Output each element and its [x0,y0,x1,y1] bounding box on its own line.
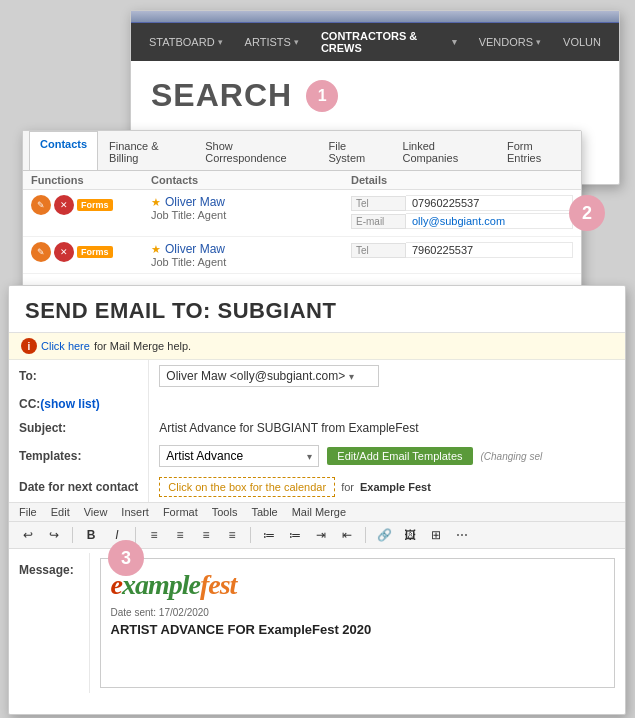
bold-button[interactable]: B [80,525,102,545]
message-label: Message: [9,553,89,693]
func-icons-2: ✎ ✕ Forms [31,242,151,262]
col-functions: Functions [31,174,151,186]
date-row: Date for next contact Click on the box f… [9,472,625,502]
tel-label-2: Tel [351,243,406,258]
image-button[interactable]: 🖼 [399,525,421,545]
date-calendar-box[interactable]: Click on the box for the calendar [159,477,335,497]
job-title-2: Job Title: Agent [151,256,351,268]
forms-badge-1[interactable]: Forms [77,199,113,211]
outdent-button[interactable]: ⇤ [336,525,358,545]
nav-vendors[interactable]: VENDORS ▾ [471,32,549,52]
nav-statboard[interactable]: STATBOARD ▾ [141,32,231,52]
func-icon-orange-2[interactable]: ✎ [31,242,51,262]
nav-contractors-caret: ▾ [452,37,457,47]
tab-contacts[interactable]: Contacts [29,131,98,170]
contact-info-1: ★ Oliver Maw Job Title: Agent [151,195,351,221]
template-value: Artist Advance [166,449,243,463]
nav-contractors[interactable]: CONTRACTORS & CREWS ▾ [313,26,465,58]
editor-menu-bar: File Edit View Insert Format Tools Table… [9,503,625,522]
nav-vendors-caret: ▾ [536,37,541,47]
navigation-bar: STATBOARD ▾ ARTISTS ▾ CONTRACTORS & CREW… [131,23,619,61]
tel-row-1: Tel 07960225537 [351,195,573,211]
star-icon-1: ★ [151,196,161,209]
nav-top-strip [131,11,619,23]
artist-advance-title: ARTIST ADVANCE FOR ExampleFest 2020 [111,622,605,637]
align-center-button[interactable]: ≡ [169,525,191,545]
menu-format[interactable]: Format [163,506,198,518]
subject-value[interactable]: Artist Advance for SUBGIANT from Example… [159,421,418,435]
nav-volun-label: VOLUN [563,36,601,48]
table-button[interactable]: ⊞ [425,525,447,545]
menu-view[interactable]: View [84,506,108,518]
func-icon-orange[interactable]: ✎ [31,195,51,215]
nav-statboard-label: STATBOARD [149,36,215,48]
redo-button[interactable]: ↪ [43,525,65,545]
menu-tools[interactable]: Tools [212,506,238,518]
tab-filesystem[interactable]: File System [318,133,392,170]
unordered-list-button[interactable]: ≔ [258,525,280,545]
cc-row: CC:(show list) [9,392,625,416]
template-select[interactable]: Artist Advance ▾ [159,445,319,467]
contact-info-2: ★ Oliver Maw Job Title: Agent [151,242,351,268]
nav-artists[interactable]: ARTISTS ▾ [237,32,307,52]
menu-file[interactable]: File [19,506,37,518]
toolbar-sep-2 [135,527,136,543]
forms-badge-2[interactable]: Forms [77,246,113,258]
nav-artists-caret: ▾ [294,37,299,47]
align-right-button[interactable]: ≡ [195,525,217,545]
to-input[interactable]: Oliver Maw <olly@subgiant.com> ▾ [159,365,379,387]
nav-vendors-label: VENDORS [479,36,533,48]
merge-help-link[interactable]: Click here [41,340,90,352]
undo-button[interactable]: ↩ [17,525,39,545]
send-email-header: SEND EMAIL TO: SUBGIANT [9,286,625,333]
tab-correspondence[interactable]: Show Correspondence [194,133,317,170]
cc-input-cell [149,392,625,416]
nav-volun[interactable]: VOLUN [555,32,609,52]
tel-value-2: 7960225537 [406,242,573,258]
more-button[interactable]: ⋯ [451,525,473,545]
job-title-1: Job Title: Agent [151,209,351,221]
editor-toolbar: ↩ ↪ B I ≡ ≡ ≡ ≡ ≔ ≔ ⇥ ⇤ 🔗 🖼 ⊞ ⋯ [9,522,625,549]
ordered-list-button[interactable]: ≔ [284,525,306,545]
edit-templates-button[interactable]: Edit/Add Email Templates [327,447,472,465]
func-icons-1: ✎ ✕ Forms [31,195,151,215]
tab-finance[interactable]: Finance & Billing [98,133,194,170]
email-value-1[interactable]: olly@subgiant.com [406,213,573,229]
message-body[interactable]: examplefest Date sent: 17/02/2020 ARTIST… [100,558,616,688]
to-value: Oliver Maw <olly@subgiant.com> [166,369,345,383]
mail-merge-notice: i Click here for Mail Merge help. [9,333,625,360]
func-icon-red-2[interactable]: ✕ [54,242,74,262]
align-left-button[interactable]: ≡ [143,525,165,545]
email-row-1: E-mail olly@subgiant.com [351,213,573,229]
menu-table[interactable]: Table [251,506,277,518]
contact-name-2: ★ Oliver Maw [151,242,351,256]
merge-help-text: for Mail Merge help. [94,340,191,352]
template-arrow: ▾ [307,451,312,462]
func-icon-red[interactable]: ✕ [54,195,74,215]
step-badge-1: 1 [306,80,338,112]
contact-row-2: ✎ ✕ Forms ★ Oliver Maw Job Title: Agent … [23,237,581,274]
changing-note: (Changing sel [481,451,543,462]
cc-label: CC:(show list) [9,392,149,416]
menu-mailmerge[interactable]: Mail Merge [292,506,346,518]
subject-row: Subject: Artist Advance for SUBGIANT fro… [9,416,625,440]
menu-edit[interactable]: Edit [51,506,70,518]
tab-formentries[interactable]: Form Entries [496,133,575,170]
templates-label: Templates: [9,440,149,472]
email-label-1: E-mail [351,214,406,229]
indent-button[interactable]: ⇥ [310,525,332,545]
cc-show-list[interactable]: (show list) [40,397,99,411]
step-badge-3: 3 [108,540,144,576]
justify-button[interactable]: ≡ [221,525,243,545]
toolbar-sep-3 [250,527,251,543]
contact-name-1: ★ Oliver Maw [151,195,351,209]
templates-row: Templates: Artist Advance ▾ Edit/Add Ema… [9,440,625,472]
tab-linked[interactable]: Linked Companies [392,133,496,170]
toolbar-sep-1 [72,527,73,543]
examplefest-logo: examplefest [111,569,605,601]
link-button[interactable]: 🔗 [373,525,395,545]
email-form-table: To: Oliver Maw <olly@subgiant.com> ▾ CC:… [9,360,625,502]
menu-insert[interactable]: Insert [121,506,149,518]
nav-contractors-label: CONTRACTORS & CREWS [321,30,449,54]
to-label: To: [9,360,149,392]
